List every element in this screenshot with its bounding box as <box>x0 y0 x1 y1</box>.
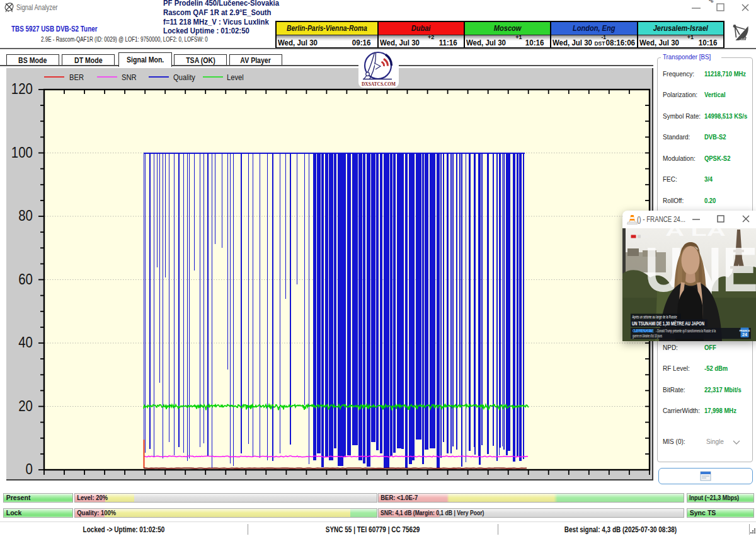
svg-text:GUERRE EN UKRAINE: GUERRE EN UKRAINE <box>633 329 654 333</box>
svg-text:Après un séisme au large de la: Après un séisme au large de la Russie <box>633 315 677 320</box>
svg-text:4D B: 4D B <box>642 235 649 238</box>
svg-text:FRANCE: FRANCE <box>740 329 750 332</box>
svg-text:UN TSUNAMI DE 1,30 MÈTRE AU JA: UN TSUNAMI DE 1,30 MÈTRE AU JAPON <box>632 320 704 327</box>
svg-text:guerre en Ukraine d'ici 10 jou: guerre en Ukraine d'ici 10 jours <box>633 334 662 339</box>
svg-text:DXSATCS.COM: DXSATCS.COM <box>362 81 396 87</box>
svg-text:- Donald Trump présente qu'il: - Donald Trump présente qu'il sanctionne… <box>656 329 716 334</box>
svg-text:24: 24 <box>742 332 747 337</box>
